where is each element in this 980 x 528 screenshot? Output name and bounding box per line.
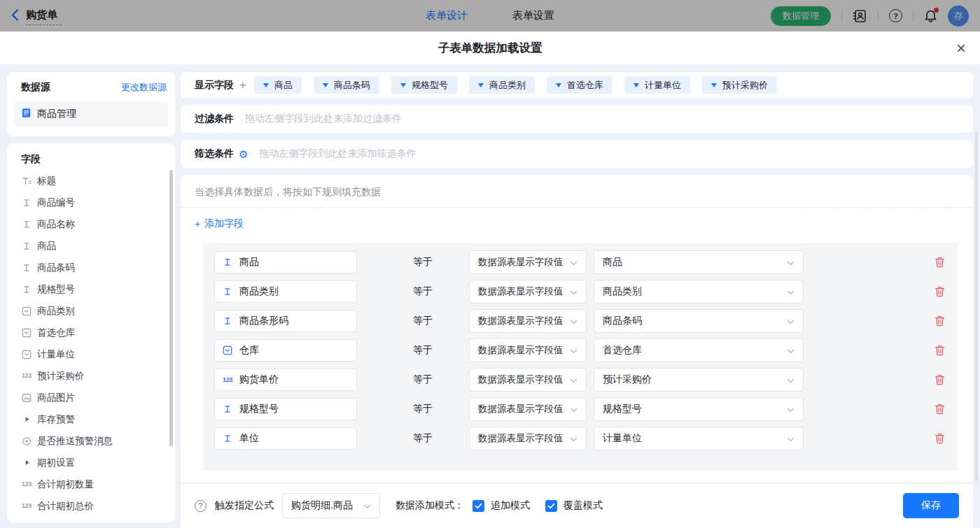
- target-field-label: 商品类别: [239, 285, 279, 298]
- contacts-icon[interactable]: [853, 9, 867, 23]
- source-field-select[interactable]: 商品: [594, 250, 804, 274]
- display-field-tag[interactable]: 商品: [254, 76, 302, 94]
- field-item-label: 商品名称: [37, 218, 75, 231]
- checkbox-checked-icon[interactable]: [545, 500, 557, 512]
- trigger-field-select[interactable]: 购货明细.商品: [282, 493, 380, 518]
- target-field-box[interactable]: 商品条形码: [214, 310, 357, 332]
- fields-scrollbar-thumb[interactable]: [169, 170, 173, 446]
- field-item[interactable]: 规格型号: [14, 278, 168, 300]
- sift-condition-bar[interactable]: 筛选条件 ⚙ 拖动左侧字段到此处来添加筛选条件: [181, 140, 973, 168]
- chevron-down-icon: [570, 257, 578, 268]
- equals-label: 等于: [413, 373, 441, 386]
- field-item[interactable]: 是否推送预警消息: [14, 430, 168, 452]
- mode-option[interactable]: 追加模式: [472, 499, 530, 512]
- bell-icon[interactable]: [924, 9, 937, 23]
- field-item[interactable]: 123合计期初总价: [14, 495, 168, 517]
- display-field-tag[interactable]: 商品条码: [314, 76, 379, 94]
- delete-rule-icon[interactable]: [934, 315, 945, 327]
- delete-rule-icon[interactable]: [934, 345, 945, 356]
- help-circle-icon[interactable]: ?: [195, 500, 206, 512]
- source-type-select[interactable]: 数据源表显示字段值: [469, 427, 587, 450]
- caret-down-icon: [478, 83, 484, 87]
- field-item[interactable]: 库存预警: [14, 408, 168, 430]
- chevron-down-icon: [570, 345, 578, 356]
- delete-rule-icon[interactable]: [934, 257, 945, 268]
- field-item[interactable]: 商品名称: [14, 213, 168, 235]
- datasource-item[interactable]: 商品管理: [14, 101, 168, 127]
- source-field-select[interactable]: 规格型号: [594, 397, 804, 421]
- trigger-formula-label: 触发指定公式: [215, 499, 274, 512]
- field-item[interactable]: 商品图片: [14, 387, 168, 408]
- gear-icon[interactable]: ⚙: [239, 149, 248, 159]
- chevron-down-icon: [570, 316, 578, 327]
- delete-rule-icon[interactable]: [934, 286, 945, 297]
- target-field-box[interactable]: 仓库: [214, 339, 357, 362]
- source-field-select[interactable]: 预计采购价: [594, 368, 804, 392]
- source-type-select[interactable]: 数据源表显示字段值: [469, 250, 587, 274]
- checkbox-checked-icon[interactable]: [472, 500, 484, 512]
- form-name[interactable]: 购货单: [26, 7, 62, 25]
- delete-rule-icon[interactable]: [934, 374, 945, 385]
- display-field-tag[interactable]: 规格型号: [391, 76, 457, 94]
- target-field-box[interactable]: 单位: [214, 427, 357, 450]
- chevron-down-icon: [787, 374, 794, 385]
- equals-label: 等于: [413, 315, 441, 327]
- add-display-field-icon[interactable]: +: [239, 78, 246, 92]
- source-field-select[interactable]: 商品条码: [594, 309, 804, 333]
- field-item[interactable]: 期初设置: [14, 452, 168, 473]
- display-fields-label: 显示字段: [195, 79, 234, 92]
- tab-form-design[interactable]: 表单设计: [426, 9, 468, 22]
- source-type-select[interactable]: 数据源表显示字段值: [469, 309, 587, 333]
- display-field-tag[interactable]: 首选仓库: [547, 76, 612, 94]
- field-item[interactable]: 标题: [14, 170, 168, 192]
- change-datasource-link[interactable]: 更改数据源: [121, 81, 167, 94]
- display-field-tag[interactable]: 预计采购价: [702, 76, 777, 94]
- fields-card: 字段 标题商品编号商品名称商品商品条码规格型号商品类别首选仓库计量单位123预计…: [7, 143, 175, 522]
- target-field-box[interactable]: 规格型号: [214, 398, 357, 420]
- field-item-label: 库存预警: [37, 413, 75, 426]
- add-field-button[interactable]: + 添加字段: [195, 217, 244, 230]
- field-item[interactable]: 商品类别: [14, 300, 168, 322]
- filter-condition-bar[interactable]: 过滤条件 拖动左侧字段到此处来添加过滤条件: [181, 105, 973, 133]
- target-field-box[interactable]: 商品类别: [214, 280, 357, 303]
- source-type-select[interactable]: 数据源表显示字段值: [469, 280, 587, 304]
- tab-form-settings[interactable]: 表单设置: [512, 9, 554, 22]
- target-field-box[interactable]: 123购货单价: [214, 369, 357, 391]
- field-item-label: 期初设置: [37, 457, 75, 469]
- data-manage-button[interactable]: 数据管理: [771, 6, 831, 26]
- source-type-select[interactable]: 数据源表显示字段值: [469, 338, 587, 362]
- divider: [878, 10, 878, 21]
- save-button[interactable]: 保存: [903, 493, 959, 518]
- field-item[interactable]: 计量单位: [14, 343, 168, 365]
- select-field-icon: [21, 306, 32, 316]
- number-field-icon: 123: [21, 373, 32, 379]
- source-field-select[interactable]: 计量单位: [594, 427, 804, 450]
- caret-down-icon: [323, 83, 328, 87]
- field-item[interactable]: 商品条码: [14, 257, 168, 278]
- field-item[interactable]: 首选仓库: [14, 322, 168, 343]
- chevron-down-icon: [787, 345, 794, 356]
- field-item[interactable]: 商品编号: [14, 192, 168, 213]
- source-type-select[interactable]: 数据源表显示字段值: [469, 368, 587, 392]
- field-item[interactable]: 123预计采购价: [14, 365, 168, 387]
- text-field-icon: [21, 285, 32, 294]
- mode-option[interactable]: 覆盖模式: [545, 499, 603, 512]
- display-field-tag[interactable]: 商品类别: [469, 76, 535, 94]
- field-item[interactable]: 123合计期初数量: [14, 473, 168, 495]
- field-item[interactable]: 商品: [14, 235, 168, 257]
- field-item-label: 首选仓库: [37, 327, 75, 339]
- back-button[interactable]: [11, 9, 19, 23]
- data-add-mode-label: 数据添加模式：: [396, 499, 464, 512]
- dialog-scrollbar-thumb[interactable]: [975, 131, 978, 481]
- delete-rule-icon[interactable]: [934, 433, 945, 444]
- source-field-select[interactable]: 首选仓库: [594, 338, 804, 362]
- help-icon[interactable]: ?: [889, 9, 902, 22]
- source-field-select[interactable]: 商品类别: [594, 280, 804, 304]
- target-field-box[interactable]: 商品: [214, 251, 357, 273]
- display-field-tag[interactable]: 计量单位: [624, 76, 690, 94]
- avatar[interactable]: 存: [948, 6, 969, 27]
- close-icon[interactable]: ×: [956, 40, 966, 57]
- field-item-label: 计量单位: [37, 348, 75, 361]
- delete-rule-icon[interactable]: [934, 404, 945, 415]
- source-type-select[interactable]: 数据源表显示字段值: [469, 397, 587, 421]
